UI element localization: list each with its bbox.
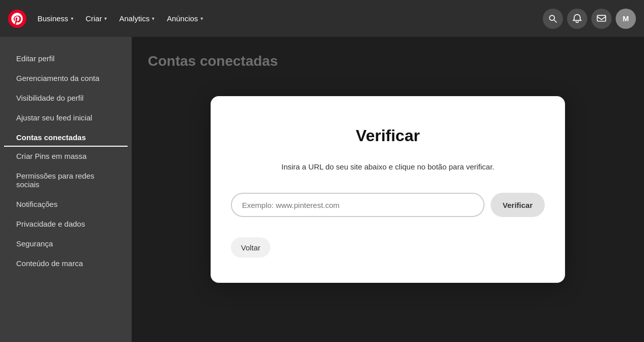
- sidebar-item-gerenciamento-da-conta[interactable]: Gerenciamento da conta: [4, 69, 128, 88]
- messages-button[interactable]: [591, 9, 612, 29]
- sidebar-item-label: Contas conectadas: [16, 133, 86, 142]
- notifications-button[interactable]: [567, 9, 587, 29]
- modal-input-row: Verificar: [231, 193, 545, 217]
- sidebar-item-label: Ajustar seu feed inicial: [16, 113, 92, 122]
- sidebar-item-label: Permissões para redes sociais: [16, 172, 94, 189]
- nav-item-criar[interactable]: Criar ▾: [80, 11, 112, 26]
- nav-item-analytics-label: Analytics: [119, 14, 149, 23]
- chevron-down-icon: ▾: [71, 16, 73, 21]
- url-input[interactable]: [231, 193, 485, 217]
- sidebar-item-notificacoes[interactable]: Notificações: [4, 195, 128, 213]
- svg-point-0: [8, 10, 26, 28]
- sidebar-item-label: Privacidade e dados: [16, 220, 85, 228]
- sidebar-item-criar-pins[interactable]: Criar Pins em massa: [4, 147, 128, 165]
- svg-line-2: [554, 20, 557, 22]
- nav-item-business-label: Business: [37, 14, 68, 23]
- sidebar-item-editar-perfil[interactable]: Editar perfil: [4, 49, 128, 68]
- sidebar-item-ajustar-feed[interactable]: Ajustar seu feed inicial: [4, 108, 128, 127]
- nav-item-anuncios-label: Anúncios: [167, 14, 198, 23]
- main-content: Contas conectadas Verificar Insira a URL…: [132, 37, 644, 342]
- chevron-down-icon: ▾: [200, 16, 203, 21]
- back-button[interactable]: Voltar: [231, 237, 270, 258]
- user-avatar[interactable]: M: [616, 9, 636, 29]
- top-navigation: Business ▾ Criar ▾ Analytics ▾ Anúncios …: [0, 0, 644, 37]
- svg-rect-3: [597, 15, 606, 21]
- chevron-down-icon: ▾: [104, 16, 107, 21]
- search-button[interactable]: [543, 9, 563, 29]
- sidebar: Editar perfil Gerenciamento da conta Vis…: [0, 37, 132, 342]
- sidebar-item-conteudo-de-marca[interactable]: Conteúdo de marca: [4, 254, 128, 273]
- nav-item-anuncios[interactable]: Anúncios ▾: [162, 11, 208, 26]
- sidebar-item-seguranca[interactable]: Segurança: [4, 234, 128, 253]
- nav-item-criar-label: Criar: [86, 14, 102, 23]
- back-button-label: Voltar: [241, 243, 260, 252]
- page-layout: Editar perfil Gerenciamento da conta Vis…: [0, 37, 644, 342]
- modal-title: Verificar: [231, 126, 545, 145]
- sidebar-item-label: Editar perfil: [16, 54, 55, 63]
- sidebar-item-visibilidade-do-perfil[interactable]: Visibilidade do perfil: [4, 89, 128, 107]
- pinterest-logo[interactable]: [8, 10, 26, 28]
- chevron-down-icon: ▾: [152, 16, 154, 21]
- nav-item-business[interactable]: Business ▾: [32, 11, 78, 26]
- modal-overlay: Verificar Insira a URL do seu site abaix…: [132, 37, 644, 342]
- sidebar-item-permissoes[interactable]: Permissões para redes sociais: [4, 166, 128, 194]
- verify-button[interactable]: Verificar: [491, 193, 545, 217]
- avatar-initials: M: [623, 14, 629, 23]
- sidebar-item-label: Gerenciamento da conta: [16, 74, 99, 82]
- sidebar-item-label: Notificações: [16, 200, 58, 208]
- sidebar-item-privacidade[interactable]: Privacidade e dados: [4, 215, 128, 233]
- verify-button-label: Verificar: [503, 201, 533, 209]
- nav-icon-group: M: [543, 9, 636, 29]
- sidebar-item-label: Criar Pins em massa: [16, 152, 87, 160]
- verify-modal: Verificar Insira a URL do seu site abaix…: [211, 96, 565, 283]
- nav-item-analytics[interactable]: Analytics ▾: [114, 11, 159, 26]
- sidebar-item-label: Conteúdo de marca: [16, 259, 83, 268]
- modal-description: Insira a URL do seu site abaixo e clique…: [231, 161, 545, 173]
- sidebar-item-label: Segurança: [16, 239, 53, 248]
- sidebar-item-contas-conectadas[interactable]: Contas conectadas: [4, 128, 128, 147]
- svg-point-1: [549, 15, 554, 20]
- sidebar-item-label: Visibilidade do perfil: [16, 94, 84, 102]
